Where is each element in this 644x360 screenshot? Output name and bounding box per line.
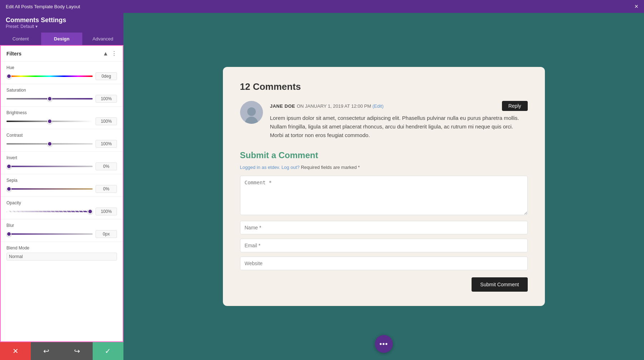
- redo-icon: ↪: [74, 347, 80, 355]
- avatar-body: [245, 117, 258, 124]
- fab-dots: •••: [379, 340, 388, 348]
- avatar-person: [240, 101, 263, 124]
- filter-blur: Blur 0px: [1, 219, 123, 242]
- sidebar: Comments Settings Preset: Default ▾ Cont…: [0, 13, 123, 342]
- comments-heading: 12 Comments: [240, 81, 528, 92]
- opacity-label: Opacity: [6, 200, 117, 205]
- comment-meta-left: JANE DOE ON JANUARY 1, 2019 AT 12:00 PM …: [270, 103, 384, 109]
- avatar: [240, 101, 263, 124]
- brightness-slider[interactable]: [6, 121, 93, 122]
- invert-value[interactable]: 0%: [96, 162, 117, 170]
- collapse-icon[interactable]: ▲: [103, 50, 108, 57]
- filter-hue: Hue 0deg: [1, 61, 123, 84]
- comment-text: Lorem ipsum dolor sit amet, consectetur …: [270, 114, 528, 140]
- sidebar-header: Comments Settings Preset: Default ▾: [0, 13, 123, 33]
- submit-heading: Submit a Comment: [240, 150, 528, 160]
- close-icon: ✕: [13, 347, 19, 355]
- comment-date: ON JANUARY 1, 2019 AT 12:00 PM (Edit): [297, 103, 384, 109]
- opacity-control: 100%: [6, 208, 117, 215]
- sat-label: Saturation: [6, 88, 117, 93]
- hue-value[interactable]: 0deg: [96, 72, 117, 80]
- submit-row: Submit Comment: [240, 277, 528, 292]
- preset-selector[interactable]: Preset: Default ▾: [6, 24, 118, 29]
- contrast-control: 100%: [6, 140, 117, 148]
- fab-button[interactable]: •••: [375, 335, 393, 353]
- filter-saturation: Saturation 100%: [1, 84, 123, 106]
- bottom-toolbar: ✕ ↩ ↪ ✓: [0, 342, 123, 360]
- comment-author: JANE DOE: [270, 103, 295, 109]
- undo-button[interactable]: ↩: [31, 342, 62, 360]
- blend-mode-label: Blend Mode: [6, 245, 117, 250]
- comment-textarea[interactable]: [240, 176, 528, 215]
- top-bar-title: Edit All Posts Template Body Layout: [6, 4, 80, 9]
- invert-label: Invert: [6, 155, 117, 160]
- tab-design[interactable]: Design: [41, 33, 82, 45]
- main-content: 12 Comments JANE DOE ON JANUARY 1, 2019 …: [123, 13, 644, 360]
- filter-brightness: Brightness 100%: [1, 106, 123, 129]
- saturation-slider[interactable]: [6, 98, 93, 99]
- hue-control: 0deg: [6, 72, 117, 80]
- comment-meta: JANE DOE ON JANUARY 1, 2019 AT 12:00 PM …: [270, 101, 528, 111]
- comment-content: JANE DOE ON JANUARY 1, 2019 AT 12:00 PM …: [270, 101, 528, 140]
- blend-mode-row: Blend Mode: [1, 242, 123, 264]
- redo-button[interactable]: ↪: [62, 342, 93, 360]
- invert-slider[interactable]: [6, 166, 93, 167]
- sepia-slider[interactable]: [6, 188, 93, 190]
- filters-panel: Filters ▲ ⋮ Hue 0deg Saturation 100% Bri…: [0, 45, 123, 342]
- logout-link[interactable]: Log out?: [282, 165, 300, 170]
- edit-link[interactable]: (Edit): [372, 103, 384, 109]
- save-button[interactable]: ✓: [93, 342, 123, 360]
- contrast-label: Contrast: [6, 133, 117, 138]
- reply-button[interactable]: Reply: [502, 101, 528, 111]
- sepia-label: Sepia: [6, 178, 117, 183]
- name-input[interactable]: [240, 221, 528, 234]
- comments-card: 12 Comments JANE DOE ON JANUARY 1, 2019 …: [223, 67, 545, 306]
- blur-label: Blur: [6, 223, 117, 228]
- filter-opacity: Opacity 100%: [1, 196, 123, 219]
- close-icon[interactable]: ×: [634, 3, 638, 10]
- contrast-value[interactable]: 100%: [96, 140, 117, 148]
- sat-value[interactable]: 100%: [96, 95, 117, 103]
- blur-control: 0px: [6, 230, 117, 238]
- blur-slider[interactable]: [6, 233, 93, 235]
- blend-mode-value[interactable]: [6, 253, 117, 261]
- invert-control: 0%: [6, 162, 117, 170]
- avatar-head: [247, 107, 256, 116]
- submit-button[interactable]: Submit Comment: [472, 277, 527, 292]
- hue-slider[interactable]: [6, 76, 93, 77]
- sepia-control: 0%: [6, 185, 117, 193]
- tab-content[interactable]: Content: [0, 33, 41, 45]
- submit-note: Logged in as etdev. Log out? Required fi…: [240, 165, 528, 170]
- website-input[interactable]: [240, 257, 528, 270]
- email-input[interactable]: [240, 239, 528, 252]
- close-button[interactable]: ✕: [0, 342, 31, 360]
- sidebar-heading: Comments Settings: [6, 16, 118, 24]
- sidebar-tabs: Content Design Advanced: [0, 33, 123, 45]
- filters-title: Filters: [6, 51, 21, 57]
- bright-value[interactable]: 100%: [96, 117, 117, 125]
- sepia-value[interactable]: 0%: [96, 185, 117, 193]
- contrast-slider[interactable]: [6, 143, 93, 145]
- filter-invert: Invert 0%: [1, 151, 123, 174]
- undo-icon: ↩: [43, 347, 49, 355]
- sat-control: 100%: [6, 95, 117, 103]
- comment-item: JANE DOE ON JANUARY 1, 2019 AT 12:00 PM …: [240, 101, 528, 140]
- required-note: Required fields are marked *: [301, 165, 360, 170]
- filter-contrast: Contrast 100%: [1, 129, 123, 151]
- hue-label: Hue: [6, 65, 117, 70]
- filter-sepia: Sepia 0%: [1, 174, 123, 196]
- filters-controls: ▲ ⋮: [103, 50, 117, 57]
- opacity-slider[interactable]: [6, 211, 93, 212]
- top-bar: Edit All Posts Template Body Layout ×: [0, 0, 644, 13]
- logged-in-text[interactable]: Logged in as etdev.: [240, 165, 280, 170]
- blur-value[interactable]: 0px: [96, 230, 117, 238]
- opacity-value[interactable]: 100%: [96, 208, 117, 215]
- bright-label: Brightness: [6, 110, 117, 115]
- save-icon: ✓: [105, 347, 111, 355]
- filters-header: Filters ▲ ⋮: [1, 46, 123, 61]
- bright-control: 100%: [6, 117, 117, 125]
- tab-advanced[interactable]: Advanced: [82, 33, 123, 45]
- menu-icon[interactable]: ⋮: [111, 50, 117, 57]
